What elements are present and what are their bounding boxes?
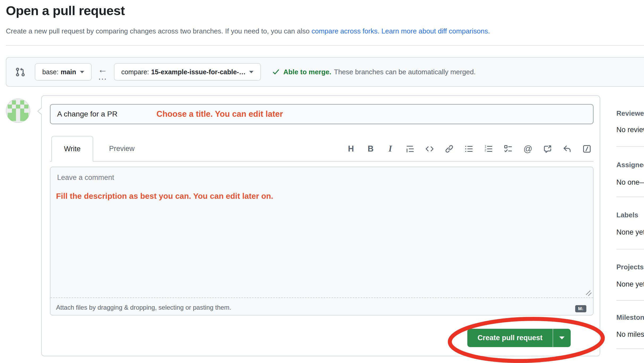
divider bbox=[616, 249, 644, 249]
unordered-list-icon[interactable] bbox=[464, 144, 473, 153]
chevron-down-icon bbox=[559, 336, 565, 339]
subtitle-text: Create a new pull request by comparing c… bbox=[6, 27, 311, 35]
tasklist-icon[interactable] bbox=[504, 144, 513, 153]
sidebar-heading-assignees[interactable]: Assignees bbox=[616, 161, 644, 169]
divider bbox=[616, 146, 644, 147]
check-icon bbox=[272, 68, 280, 76]
compare-across-forks-link[interactable]: compare across forks. bbox=[311, 27, 379, 35]
create-pull-request-split-button: Create pull request bbox=[467, 329, 571, 347]
editor-tab-row: Write Preview H B I 12 bbox=[50, 136, 594, 162]
learn-more-link[interactable]: Learn more about diff comparisons. bbox=[379, 27, 490, 35]
pr-form-card: Choose a title. You can edit later Write… bbox=[41, 95, 600, 356]
divider bbox=[616, 300, 644, 301]
cross-reference-icon[interactable] bbox=[543, 144, 552, 153]
comment-placeholder: Leave a comment bbox=[57, 174, 114, 182]
divider bbox=[616, 348, 644, 349]
sidebar-heading-projects[interactable]: Projects bbox=[616, 263, 644, 271]
sidebar-value-projects: None yet bbox=[616, 280, 644, 288]
sidebar-heading-reviewers[interactable]: Reviewers bbox=[616, 109, 644, 118]
attach-files-hint[interactable]: Attach files by dragging & dropping, sel… bbox=[56, 304, 231, 311]
branch-selector-bar: base:main ← … compare:15-example-issue-f… bbox=[6, 57, 644, 87]
base-label: base: bbox=[42, 68, 58, 76]
ellipsis-icon: … bbox=[98, 74, 108, 79]
sidebar-value-labels: None yet bbox=[616, 228, 644, 236]
resize-handle[interactable] bbox=[585, 289, 592, 296]
pr-title-input[interactable] bbox=[50, 104, 594, 124]
chevron-down-icon bbox=[249, 71, 253, 73]
markdown-supported-icon[interactable]: M↓ bbox=[575, 305, 586, 312]
ordered-list-icon[interactable]: 12 bbox=[484, 144, 493, 153]
italic-icon[interactable]: I bbox=[386, 144, 395, 153]
chevron-down-icon bbox=[80, 71, 84, 73]
comment-caret-fill bbox=[38, 108, 42, 114]
sidebar-value-assignees: No one—assign yourself bbox=[616, 178, 644, 187]
base-branch-dropdown[interactable]: base:main bbox=[35, 63, 92, 81]
link-icon[interactable] bbox=[445, 144, 454, 153]
mention-icon[interactable]: @ bbox=[523, 144, 532, 153]
quote-icon[interactable] bbox=[405, 144, 414, 153]
page-title: Open a pull request bbox=[6, 3, 125, 18]
merge-status-detail: These branches can be automatically merg… bbox=[334, 68, 476, 76]
base-branch-name: main bbox=[61, 68, 76, 76]
compare-branch-dropdown[interactable]: compare:15-example-issue-for-cable-… bbox=[114, 63, 261, 81]
reply-icon[interactable] bbox=[563, 144, 572, 153]
compare-branch-name: 15-example-issue-for-cable-… bbox=[151, 68, 246, 76]
open-pull-request-page: Open a pull request Create a new pull re… bbox=[0, 0, 644, 363]
slash-command-icon[interactable] bbox=[582, 144, 591, 153]
sidebar-heading-labels[interactable]: Labels bbox=[616, 211, 638, 219]
page-subtitle: Create a new pull request by comparing c… bbox=[6, 27, 490, 35]
attach-divider bbox=[50, 297, 593, 298]
tab-write[interactable]: Write bbox=[51, 136, 93, 162]
sidebar-value-reviewers: No reviews bbox=[616, 126, 644, 134]
annotation-description-hint: Fill the description as best you can. Yo… bbox=[56, 192, 273, 201]
compare-label: compare: bbox=[121, 68, 149, 76]
swap-branches-arrow[interactable]: ← … bbox=[98, 65, 108, 79]
markdown-toolbar: H B I 12 bbox=[346, 136, 591, 162]
merge-status-ok: Able to merge. bbox=[283, 68, 331, 76]
bold-icon[interactable]: B bbox=[366, 144, 375, 153]
heading-icon[interactable]: H bbox=[346, 144, 355, 153]
pr-sidebar: Reviewers No reviews Assignees No one—as… bbox=[616, 0, 644, 363]
git-compare-icon bbox=[15, 67, 25, 77]
svg-text:1: 1 bbox=[485, 145, 486, 148]
merge-status: Able to merge. These branches can be aut… bbox=[272, 68, 476, 76]
code-icon[interactable] bbox=[425, 144, 434, 153]
sidebar-heading-milestone[interactable]: Milestone bbox=[616, 313, 644, 322]
header-divider bbox=[6, 45, 644, 46]
divider bbox=[616, 197, 644, 197]
create-options-dropdown[interactable] bbox=[553, 329, 571, 347]
create-pull-request-button[interactable]: Create pull request bbox=[467, 329, 553, 347]
tab-preview[interactable]: Preview bbox=[93, 136, 150, 162]
avatar bbox=[6, 98, 30, 123]
svg-text:2: 2 bbox=[484, 148, 486, 152]
comment-textarea[interactable]: Leave a comment Fill the description as … bbox=[50, 167, 594, 316]
sidebar-value-milestone: No milestone bbox=[616, 330, 644, 339]
identicon bbox=[8, 100, 28, 121]
